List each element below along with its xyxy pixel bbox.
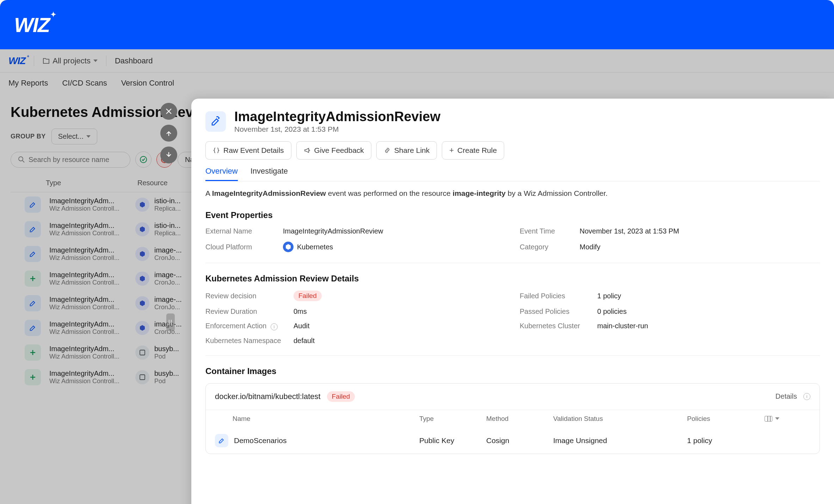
event-summary: A ImageIntegrityAdmissionReview event wa… — [205, 189, 820, 198]
row-type: Public Key — [419, 436, 486, 445]
create-rule-button[interactable]: + Create Rule — [442, 141, 504, 160]
feedback-label: Give Feedback — [314, 146, 364, 155]
prop-passed-policies: Passed Policies 0 policies — [520, 307, 820, 316]
panel-subtitle: November 1st, 2023 at 1:53 PM — [234, 125, 440, 133]
panel-nav-controls — [160, 103, 177, 163]
panel-resize-handle[interactable]: || — [166, 313, 175, 331]
info-icon[interactable]: i — [271, 323, 278, 330]
divider — [205, 263, 820, 263]
prop-enforcement: Enforcement Action i Audit — [205, 322, 506, 330]
wiz-logo-large: WIZ — [14, 13, 49, 37]
brand-banner: WIZ — [0, 0, 834, 49]
col-policies: Policies — [687, 415, 765, 423]
braces-icon — [213, 147, 220, 154]
image-table-row[interactable]: DemoScenarios Public Key Cosign Image Un… — [206, 428, 820, 454]
plus-icon: + — [449, 146, 454, 155]
prop-cluster: Kubernetes Cluster main-cluster-run — [520, 322, 820, 330]
svg-marker-21 — [286, 244, 291, 250]
app-shell: WIZ All projects Dashboard My Reports CI… — [0, 49, 834, 504]
event-properties-grid: External Name ImageIntegrityAdmissionRev… — [205, 227, 820, 252]
event-properties-title: Event Properties — [205, 210, 820, 220]
share-label: Share Link — [394, 146, 430, 155]
panel-header: ImageIntegrityAdmissionReview November 1… — [205, 109, 820, 133]
status-badge: Failed — [294, 291, 322, 301]
next-event-button[interactable] — [160, 147, 177, 163]
image-details-button[interactable]: Details i — [776, 392, 810, 400]
panel-title: ImageIntegrityAdmissionReview — [234, 109, 440, 124]
chevron-down-icon — [775, 417, 779, 420]
raw-event-label: Raw Event Details — [223, 146, 284, 155]
link-icon — [384, 147, 391, 154]
image-table-header: Name Type Method Validation Status Polic… — [206, 410, 820, 428]
kubernetes-icon — [283, 242, 294, 252]
prop-event-time: Event Time November 1st, 2023 at 1:53 PM — [520, 227, 820, 235]
megaphone-icon — [304, 147, 311, 154]
admission-details-grid: Review decision Failed Failed Policies 1… — [205, 291, 820, 345]
image-card-header: docker.io/bitnami/kubectl:latest Failed … — [206, 384, 820, 410]
row-name: DemoScenarios — [234, 436, 286, 445]
columns-icon — [765, 416, 772, 422]
create-rule-label: Create Rule — [457, 146, 497, 155]
policy-icon — [215, 434, 228, 447]
prop-failed-policies: Failed Policies 1 policy — [520, 291, 820, 301]
tab-overview[interactable]: Overview — [205, 167, 238, 181]
image-name: docker.io/bitnami/kubectl:latest — [215, 392, 321, 401]
event-detail-panel: ImageIntegrityAdmissionReview November 1… — [191, 99, 834, 504]
container-image-card: docker.io/bitnami/kubectl:latest Failed … — [205, 383, 820, 454]
info-icon: i — [803, 393, 810, 400]
prop-category: Category Modify — [520, 242, 820, 252]
col-type: Type — [419, 415, 486, 423]
status-badge: Failed — [327, 391, 355, 402]
event-type-icon — [205, 111, 226, 132]
prop-review-duration: Review Duration 0ms — [205, 307, 506, 316]
prop-review-decision: Review decision Failed — [205, 291, 506, 301]
panel-actions: Raw Event Details Give Feedback Share Li… — [205, 141, 820, 160]
raw-event-button[interactable]: Raw Event Details — [205, 141, 291, 160]
col-method: Method — [486, 415, 553, 423]
prop-cloud-platform: Cloud Platform Kubernetes — [205, 242, 506, 252]
container-images-title: Container Images — [205, 366, 820, 376]
feedback-button[interactable]: Give Feedback — [296, 141, 371, 160]
share-button[interactable]: Share Link — [376, 141, 437, 160]
prop-external-name: External Name ImageIntegrityAdmissionRev… — [205, 227, 506, 235]
prop-namespace: Kubernetes Namespace default — [205, 337, 506, 345]
col-validation: Validation Status — [553, 415, 687, 423]
row-validation: Image Unsigned — [553, 436, 687, 445]
row-method: Cosign — [486, 436, 553, 445]
col-name: Name — [215, 415, 419, 423]
tab-investigate[interactable]: Investigate — [251, 167, 288, 181]
row-policies: 1 policy — [687, 436, 765, 445]
admission-details-title: Kubernetes Admission Review Details — [205, 274, 820, 284]
close-panel-button[interactable] — [160, 103, 177, 120]
column-picker[interactable] — [765, 416, 786, 422]
divider — [205, 355, 820, 356]
prev-event-button[interactable] — [160, 125, 177, 142]
panel-tabs: Overview Investigate — [205, 167, 820, 181]
